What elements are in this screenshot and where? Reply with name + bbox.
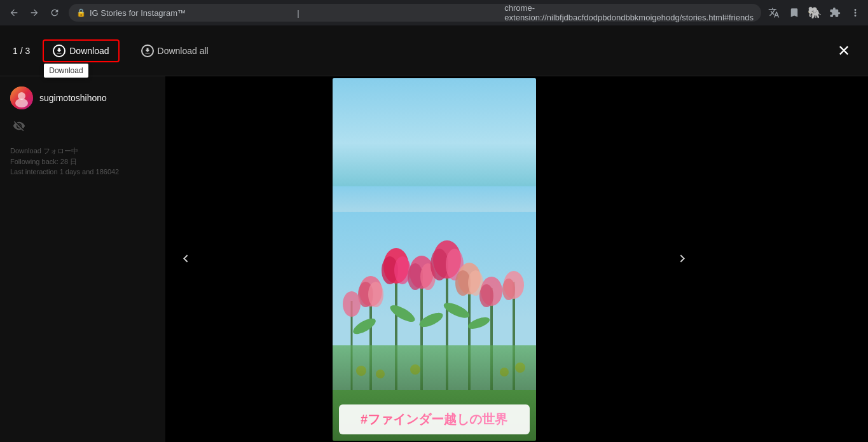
sidebar: sugimotoshihono Download フォロー中 Following…: [0, 76, 165, 442]
avatar: [10, 86, 33, 109]
toolbar: 1 / 3 Download Download Download all ✕: [0, 25, 868, 76]
translate-icon[interactable]: [766, 5, 782, 20]
menu-icon[interactable]: [848, 5, 863, 20]
svg-point-36: [343, 291, 361, 317]
address-separator: |: [297, 8, 500, 18]
user-info: sugimotoshihono: [10, 86, 155, 109]
chrome-toolbar-icons: 🐘: [766, 5, 863, 20]
download-button[interactable]: Download Download: [43, 39, 119, 62]
nav-buttons: [5, 4, 64, 22]
tab-title: IG Stories for Instagram™: [90, 8, 293, 18]
download-all-button-label: Download all: [158, 46, 209, 56]
download-all-button[interactable]: Download all: [132, 41, 217, 61]
page-counter: 1 / 3: [13, 46, 30, 56]
info-line3: Last interaction 1 days and 186042: [10, 167, 155, 177]
lock-icon: 🔒: [76, 8, 86, 17]
address-bar[interactable]: 🔒 IG Stories for Instagram™ | chrome-ext…: [69, 4, 761, 22]
svg-rect-42: [333, 345, 536, 390]
username: sugimotoshihono: [39, 93, 107, 103]
forward-button[interactable]: [25, 4, 43, 22]
hashtag-text: #ファインダー越しの世界: [361, 412, 507, 426]
sidebar-info: Download フォロー中 Following back: 28 日 Last…: [10, 146, 155, 177]
image-area: #ファインダー越しの世界: [165, 76, 703, 442]
svg-point-35: [502, 279, 515, 300]
download-all-icon: [141, 45, 154, 57]
image-bottom: #ファインダー越しの世界: [333, 186, 536, 441]
extensions-icon[interactable]: [827, 5, 843, 20]
right-area: [703, 76, 868, 442]
svg-point-33: [479, 284, 493, 307]
address-url: chrome-extension://nilbfjdbacfdodpbdondb…: [504, 3, 754, 22]
hidden-eye-icon[interactable]: [10, 120, 155, 135]
download-icon: [53, 45, 65, 57]
back-button[interactable]: [5, 4, 23, 22]
browser-chrome: 🔒 IG Stories for Instagram™ | chrome-ext…: [0, 0, 868, 25]
story-image: #ファインダー越しの世界: [333, 78, 536, 441]
info-line2: Following back: 28 日: [10, 156, 155, 167]
flowers-svg: [333, 212, 536, 390]
svg-point-2: [15, 99, 28, 107]
prev-button[interactable]: [172, 241, 200, 277]
close-button[interactable]: ✕: [832, 39, 855, 62]
svg-point-27: [431, 249, 448, 280]
download-button-label: Download: [69, 46, 109, 56]
download-tooltip: Download: [44, 64, 88, 78]
main-content: sugimotoshihono Download フォロー中 Following…: [0, 76, 868, 442]
svg-point-19: [368, 282, 383, 307]
next-button[interactable]: [668, 241, 696, 277]
refresh-button[interactable]: [46, 4, 64, 22]
bookmark-icon[interactable]: [787, 5, 802, 20]
info-line1: Download フォロー中: [10, 146, 155, 156]
image-sky-top: [333, 78, 536, 186]
hashtag-banner: #ファインダー越しの世界: [339, 404, 530, 434]
app-container: 1 / 3 Download Download Download all ✕: [0, 25, 868, 442]
evernote-icon[interactable]: 🐘: [807, 5, 822, 20]
